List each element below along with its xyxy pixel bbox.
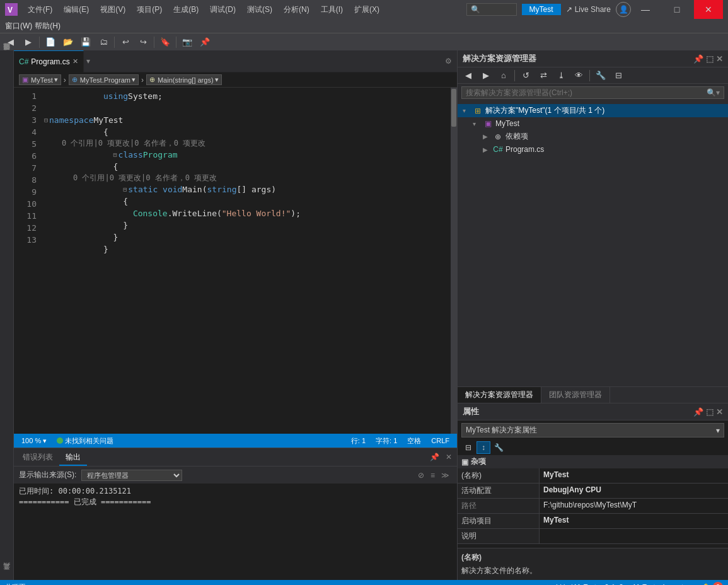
se-float-button[interactable]: ⬚ xyxy=(706,54,714,64)
nav-project-dropdown[interactable]: ▣ MyTest ▾ xyxy=(19,74,61,85)
tab-error-list[interactable]: 错误列表 xyxy=(16,448,59,466)
menu-help[interactable]: 帮助(H) xyxy=(35,21,61,32)
output-source-select[interactable]: 程序包管理器 xyxy=(81,470,182,481)
toolbar-bookmark[interactable]: 🔖 xyxy=(157,35,173,50)
se-tb-collapse-all[interactable]: ⤓ xyxy=(553,68,569,83)
se-tb-home[interactable]: ⌂ xyxy=(495,68,512,83)
tab-output[interactable]: 输出 xyxy=(59,448,87,466)
prop-close-button[interactable]: ✕ xyxy=(716,407,723,417)
scrollbar-thumb[interactable] xyxy=(451,89,456,127)
indent-spaces[interactable]: 空格 xyxy=(405,436,424,446)
se-tab-team[interactable]: 团队资源管理器 xyxy=(541,387,610,403)
se-search-icon: 🔍 xyxy=(707,88,716,97)
cursor-line[interactable]: 行: 1 xyxy=(349,436,368,446)
tab-gear-button[interactable]: ⚙ xyxy=(440,57,457,66)
code-editor[interactable]: 1 2 3 4 5 6 7 8 9 10 11 12 13 using Syst… xyxy=(14,88,457,434)
zoom-level[interactable]: 100 % ▾ xyxy=(19,437,49,445)
menu-view[interactable]: 视图(V) xyxy=(95,0,130,19)
cursor-col[interactable]: 字符: 1 xyxy=(373,436,400,446)
menu-build[interactable]: 生成(B) xyxy=(168,0,204,19)
tree-program-cs[interactable]: ▶ C# Program.cs xyxy=(458,143,728,156)
server-explorer-label[interactable]: 服务器资源管理器 xyxy=(0,50,13,61)
prop-value-config[interactable]: Debug|Any CPU xyxy=(540,484,728,498)
collapse-btn-7[interactable]: ⊟ xyxy=(123,183,127,195)
prop-pin-button[interactable]: 📌 xyxy=(693,407,703,417)
se-tab-solution[interactable]: 解决方案资源管理器 xyxy=(458,387,541,403)
code-text[interactable]: using System; ⊟ namespace MyTest { 0 个引用… xyxy=(39,88,451,434)
se-tb-show-all[interactable]: 👁 xyxy=(570,68,587,83)
bottom-left-text: 此项不... xyxy=(5,582,32,586)
live-share-button[interactable]: ↗ Live Share xyxy=(566,5,611,14)
prop-value-path[interactable]: F:\github\repos\MyTest\MyT xyxy=(540,499,728,513)
nav-method-dropdown[interactable]: ⊕ Main(string[] args) ▾ xyxy=(146,74,222,85)
se-tb-refresh[interactable]: ↺ xyxy=(517,68,534,83)
toolbar-camera[interactable]: 📷 xyxy=(179,35,195,50)
se-pin-button[interactable]: 📌 xyxy=(693,54,703,64)
se-search-box[interactable]: 🔍 ▾ xyxy=(461,86,724,99)
tree-solution[interactable]: ▾ ⊞ 解决方案"MyTest"(1 个项目/共 1 个) xyxy=(458,104,728,117)
se-tb-back[interactable]: ◀ xyxy=(460,68,477,83)
minimize-button[interactable]: — xyxy=(631,0,660,19)
live-share-icon: ↗ xyxy=(566,5,572,14)
toolbar-undo[interactable]: ↩ xyxy=(117,35,134,50)
toolbar-open[interactable]: 📂 xyxy=(60,35,76,50)
output-wrap-button[interactable]: ≡ xyxy=(428,471,437,480)
user-avatar[interactable]: 👤 xyxy=(616,2,631,17)
prop-sort-btn[interactable]: ↕ xyxy=(477,441,490,454)
output-more-button[interactable]: ≫ xyxy=(439,471,452,480)
menu-window[interactable]: 窗口(W) xyxy=(5,21,32,32)
prop-categories-btn[interactable]: ⊟ xyxy=(461,441,475,454)
collapse-btn-5[interactable]: ⊟ xyxy=(113,149,117,161)
dep-expand-arrow: ▶ xyxy=(483,133,490,140)
vertical-scrollbar[interactable] xyxy=(451,88,457,434)
se-search-options-icon[interactable]: ▾ xyxy=(716,88,720,97)
prop-value-desc[interactable] xyxy=(540,529,728,543)
toolbar-save[interactable]: 💾 xyxy=(78,35,94,50)
menu-project[interactable]: 项目(P) xyxy=(132,0,167,19)
prop-value-name[interactable]: MyTest xyxy=(540,468,728,483)
no-issues-indicator[interactable]: 未找到相关问题 xyxy=(54,436,116,446)
menu-file[interactable]: 文件(F) xyxy=(23,0,57,19)
toolbar-forward[interactable]: ▶ xyxy=(20,35,37,50)
toolbar-back[interactable]: ◀ xyxy=(3,35,19,50)
nav-class-dropdown[interactable]: ⊕ MyTest.Program ▾ xyxy=(69,74,139,85)
menu-tools[interactable]: 工具(I) xyxy=(316,0,348,19)
se-close-button[interactable]: ✕ xyxy=(716,54,723,64)
close-button[interactable]: ✕ xyxy=(694,0,723,19)
se-tb-tools[interactable]: 🔧 xyxy=(592,68,609,83)
toolbar-save-all[interactable]: 🗂 xyxy=(95,35,112,50)
tab-collapse-button[interactable]: ▾ xyxy=(84,57,93,66)
vs-logo: V xyxy=(5,3,18,16)
tree-project[interactable]: ▾ ▣ MyTest xyxy=(458,117,728,130)
properties-dropdown[interactable]: MyTest 解决方案属性 ▾ xyxy=(461,423,724,437)
bottom-pin-button[interactable]: 📌 xyxy=(427,453,442,461)
se-tb-properties[interactable]: ⊟ xyxy=(610,68,627,83)
menu-debug[interactable]: 调试(D) xyxy=(205,0,241,19)
se-bottom-tabs: 解决方案资源管理器 团队资源管理器 xyxy=(458,386,728,403)
menu-analyze[interactable]: 分析(N) xyxy=(279,0,315,19)
se-tb-sync[interactable]: ⇄ xyxy=(535,68,552,83)
properties-panel: 属性 📌 ⬚ ✕ MyTest 解决方案属性 ▾ ⊟ ↕ 🔧 ▣ 杂项 xyxy=(458,403,728,580)
toolbar-new[interactable]: 📄 xyxy=(42,35,59,50)
output-clear-button[interactable]: ⊘ xyxy=(415,471,427,480)
maximize-button[interactable]: □ xyxy=(662,0,691,19)
prop-value-startup[interactable]: MyTest xyxy=(540,514,728,528)
tab-close-button[interactable]: ✕ xyxy=(72,57,78,66)
toolbar-pin[interactable]: 📌 xyxy=(197,35,213,50)
se-tb-forward[interactable]: ▶ xyxy=(478,68,494,83)
prop-settings-btn[interactable]: 🔧 xyxy=(492,441,506,454)
notification-badge[interactable]: 2 xyxy=(713,582,723,585)
prop-section-collapse[interactable]: ▣ xyxy=(461,458,468,466)
menu-test[interactable]: 测试(S) xyxy=(242,0,277,19)
prop-float-button[interactable]: ⬚ xyxy=(706,407,714,417)
se-search-input[interactable] xyxy=(466,88,707,97)
tree-dependencies[interactable]: ▶ ⊕ 依赖项 xyxy=(458,130,728,143)
bottom-close-button[interactable]: ✕ xyxy=(443,453,454,461)
search-box[interactable]: 🔍 xyxy=(466,3,517,16)
editor-tab-program-cs[interactable]: C# Program.cs ✕ xyxy=(14,50,84,72)
toolbox-label[interactable]: 工具箱 xyxy=(0,570,13,580)
line-ending[interactable]: CRLF xyxy=(429,437,452,444)
toolbar-redo[interactable]: ↪ xyxy=(135,35,151,50)
menu-edit[interactable]: 编辑(E) xyxy=(59,0,94,19)
menu-extend[interactable]: 扩展(X) xyxy=(349,0,384,19)
